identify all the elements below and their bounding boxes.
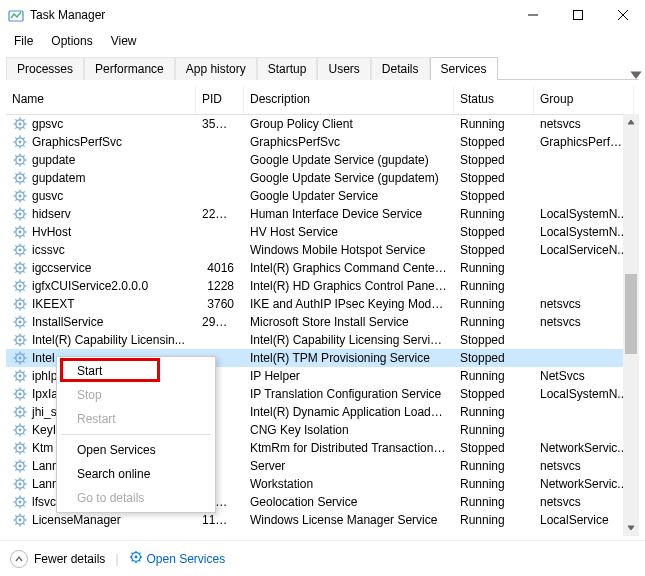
- svg-point-226: [19, 519, 22, 522]
- svg-line-24: [23, 137, 24, 138]
- service-name: iphlp: [32, 367, 57, 385]
- svg-line-131: [15, 335, 16, 336]
- context-start[interactable]: Start: [59, 359, 213, 383]
- scrollbar-thumb[interactable]: [625, 274, 637, 354]
- service-name: GraphicsPerfSvc: [32, 133, 122, 151]
- menu-view[interactable]: View: [103, 32, 145, 50]
- table-row[interactable]: igccservice4016Intel(R) Graphics Command…: [6, 259, 639, 277]
- col-group[interactable]: Group: [534, 86, 634, 114]
- col-name[interactable]: Name: [6, 86, 196, 114]
- table-row[interactable]: Intel(R) Capability Licensin...Intel(R) …: [6, 331, 639, 349]
- col-pid[interactable]: PID: [196, 86, 244, 114]
- svg-line-233: [15, 523, 16, 524]
- service-status: Stopped: [454, 133, 534, 151]
- menubar: File Options View: [0, 30, 645, 52]
- service-name: IKEEXT: [32, 295, 75, 313]
- tab-details[interactable]: Details: [371, 57, 430, 80]
- tab-performance[interactable]: Performance: [84, 57, 175, 80]
- context-stop: Stop: [59, 383, 213, 407]
- service-description: Google Update Service (gupdatem): [244, 169, 454, 187]
- svg-point-206: [19, 483, 22, 486]
- service-description: CNG Key Isolation: [244, 421, 454, 439]
- svg-line-154: [23, 371, 24, 372]
- minimize-button[interactable]: [510, 0, 555, 30]
- svg-point-216: [19, 501, 22, 504]
- svg-line-142: [23, 361, 24, 362]
- service-description: Microsoft Store Install Service: [244, 313, 454, 331]
- svg-line-23: [15, 145, 16, 146]
- col-description[interactable]: Description: [244, 86, 454, 114]
- svg-line-244: [139, 553, 140, 554]
- table-row[interactable]: HvHostHV Host ServiceStoppedLocalSystemN…: [6, 223, 639, 241]
- table-row[interactable]: LicenseManager11876Windows License Manag…: [6, 511, 639, 529]
- svg-line-172: [23, 415, 24, 416]
- fewer-details-link[interactable]: Fewer details: [34, 552, 105, 566]
- service-status: Stopped: [454, 223, 534, 241]
- service-description: Windows Mobile Hotspot Service: [244, 241, 454, 259]
- service-name: InstallService: [32, 313, 103, 331]
- close-button[interactable]: [600, 0, 645, 30]
- service-description: HV Host Service: [244, 223, 454, 241]
- chevron-up-icon[interactable]: [10, 550, 28, 568]
- service-gear-icon: [12, 332, 28, 348]
- scroll-down-arrow-icon[interactable]: [623, 520, 639, 536]
- service-name: gupdate: [32, 151, 75, 169]
- table-row[interactable]: igfxCUIService2.0.0.01228Intel(R) HD Gra…: [6, 277, 639, 295]
- service-status: Running: [454, 295, 534, 313]
- table-row[interactable]: gpsvc35888Group Policy ClientRunningnets…: [6, 115, 639, 133]
- service-pid: 22216: [196, 205, 244, 223]
- table-row[interactable]: gupdateGoogle Update Service (gupdate)St…: [6, 151, 639, 169]
- context-search-online[interactable]: Search online: [59, 462, 213, 486]
- maximize-button[interactable]: [555, 0, 600, 30]
- tab-users[interactable]: Users: [317, 57, 370, 80]
- table-row[interactable]: GraphicsPerfSvcGraphicsPerfSvcStoppedGra…: [6, 133, 639, 151]
- table-row[interactable]: gupdatemGoogle Update Service (gupdatem)…: [6, 169, 639, 187]
- service-name: Intel(R) Capability Licensin...: [32, 331, 185, 349]
- svg-line-71: [15, 227, 16, 228]
- service-group: LocalService: [534, 511, 634, 529]
- svg-line-61: [15, 209, 16, 210]
- service-name: gusvc: [32, 187, 63, 205]
- svg-line-224: [23, 497, 24, 498]
- table-row[interactable]: icssvcWindows Mobile Hotspot ServiceStop…: [6, 241, 639, 259]
- open-services-link[interactable]: Open Services: [129, 550, 226, 567]
- table-row[interactable]: hidserv22216Human Interface Device Servi…: [6, 205, 639, 223]
- svg-line-182: [23, 433, 24, 434]
- svg-line-214: [23, 479, 24, 480]
- tab-startup[interactable]: Startup: [257, 57, 318, 80]
- service-name: jhi_s: [32, 403, 57, 421]
- svg-point-176: [19, 429, 22, 432]
- service-description: Human Interface Device Service: [244, 205, 454, 223]
- tab-app-history[interactable]: App history: [175, 57, 257, 80]
- svg-line-234: [23, 515, 24, 516]
- service-gear-icon: [12, 440, 28, 456]
- vertical-scrollbar[interactable]: [623, 114, 639, 536]
- service-gear-icon: [12, 314, 28, 330]
- svg-point-76: [19, 249, 22, 252]
- menu-options[interactable]: Options: [43, 32, 100, 50]
- svg-point-136: [19, 357, 22, 360]
- chevron-down-icon[interactable]: [629, 68, 643, 82]
- table-row[interactable]: IKEEXT3760IKE and AuthIP IPsec Keying Mo…: [6, 295, 639, 313]
- context-menu: Start Stop Restart Open Services Search …: [56, 356, 216, 513]
- table-row[interactable]: InstallService29220Microsoft Store Insta…: [6, 313, 639, 331]
- svg-line-41: [15, 173, 16, 174]
- tab-services[interactable]: Services: [430, 57, 498, 80]
- scroll-up-arrow-icon[interactable]: [623, 114, 639, 130]
- svg-line-243: [131, 560, 132, 561]
- svg-line-171: [15, 407, 16, 408]
- service-gear-icon: [12, 260, 28, 276]
- svg-line-211: [15, 479, 16, 480]
- service-name: Lann: [32, 457, 59, 475]
- tab-processes[interactable]: Processes: [6, 57, 84, 80]
- svg-point-26: [19, 159, 22, 162]
- menu-file[interactable]: File: [6, 32, 41, 50]
- svg-line-123: [15, 325, 16, 326]
- service-gear-icon: [12, 134, 28, 150]
- table-row[interactable]: gusvcGoogle Updater ServiceStopped: [6, 187, 639, 205]
- service-status: Stopped: [454, 349, 534, 367]
- service-group: NetworkServic...: [534, 475, 634, 493]
- context-open-services[interactable]: Open Services: [59, 438, 213, 462]
- svg-line-104: [23, 281, 24, 282]
- col-status[interactable]: Status: [454, 86, 534, 114]
